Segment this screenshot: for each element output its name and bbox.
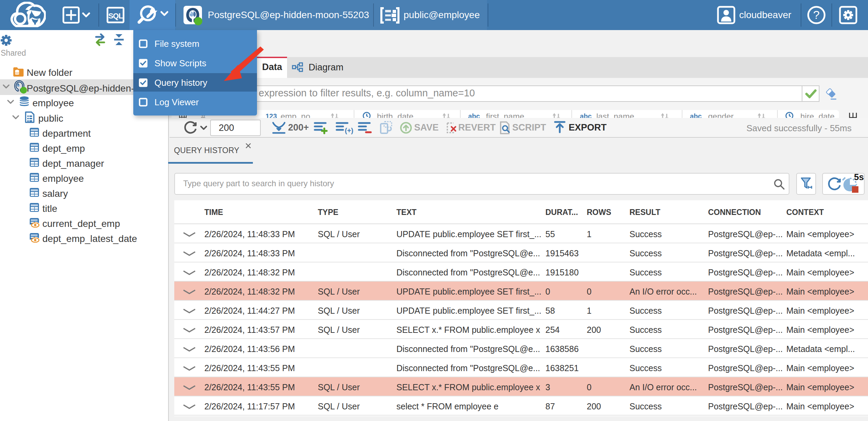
svg-text:SQL: SQL bbox=[108, 12, 123, 20]
svg-text:?: ? bbox=[813, 8, 820, 21]
